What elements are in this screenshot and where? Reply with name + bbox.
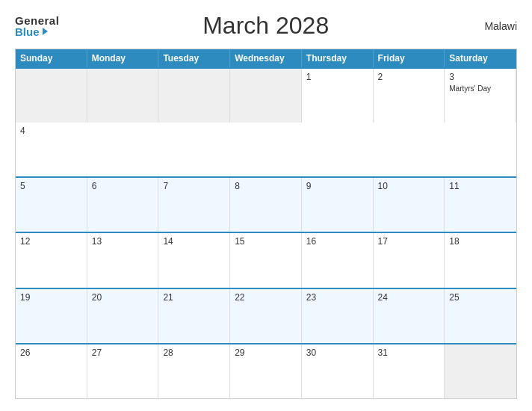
weekday-header-monday: Monday bbox=[87, 49, 159, 67]
day-number: 10 bbox=[378, 181, 440, 191]
day-cell: 23 bbox=[302, 289, 374, 343]
day-cell bbox=[87, 69, 159, 123]
day-cell: 18 bbox=[445, 233, 516, 287]
day-cell: 27 bbox=[87, 344, 159, 398]
day-cell: 3Martyrs' Day bbox=[445, 69, 516, 123]
day-number: 19 bbox=[20, 292, 82, 303]
day-number: 18 bbox=[449, 236, 512, 247]
day-event: Martyrs' Day bbox=[449, 84, 511, 93]
day-number: 7 bbox=[163, 181, 225, 191]
day-cell bbox=[445, 344, 516, 398]
day-cell: 19 bbox=[16, 289, 87, 343]
page-header: General Blue March 2028 Malawi bbox=[15, 12, 517, 40]
country-label: Malawi bbox=[472, 20, 517, 32]
day-number: 14 bbox=[163, 236, 225, 247]
weekday-header-friday: Friday bbox=[374, 49, 445, 67]
day-number: 1 bbox=[306, 72, 368, 82]
weekday-header-saturday: Saturday bbox=[445, 49, 516, 67]
day-number: 2 bbox=[378, 72, 440, 82]
day-cell: 5 bbox=[16, 178, 87, 232]
calendar: SundayMondayTuesdayWednesdayThursdayFrid… bbox=[15, 49, 517, 399]
day-cell: 9 bbox=[302, 178, 374, 232]
day-cell: 12 bbox=[16, 233, 87, 287]
day-number: 16 bbox=[306, 236, 368, 247]
day-number: 17 bbox=[378, 236, 440, 247]
week-row-1: 123Martyrs' Day4 bbox=[16, 67, 516, 176]
week-row-3: 12131415161718 bbox=[16, 232, 516, 287]
day-cell: 15 bbox=[230, 233, 302, 287]
weekday-header-thursday: Thursday bbox=[302, 49, 374, 67]
day-number: 22 bbox=[235, 292, 297, 303]
day-number: 21 bbox=[163, 292, 225, 303]
logo: General Blue bbox=[15, 15, 59, 37]
day-number: 15 bbox=[235, 236, 297, 247]
day-number: 27 bbox=[92, 347, 154, 358]
day-cell: 21 bbox=[158, 289, 230, 343]
calendar-title: March 2028 bbox=[59, 12, 472, 40]
day-cell: 2 bbox=[374, 69, 445, 123]
day-cell bbox=[158, 69, 230, 123]
logo-blue-text: Blue bbox=[15, 26, 48, 37]
week-row-5: 262728293031 bbox=[16, 343, 516, 398]
day-number: 11 bbox=[449, 181, 512, 191]
day-cell: 20 bbox=[87, 289, 159, 343]
day-cell: 16 bbox=[302, 233, 374, 287]
day-cell: 11 bbox=[445, 178, 516, 232]
day-number: 24 bbox=[378, 292, 440, 303]
weekday-header-tuesday: Tuesday bbox=[158, 49, 230, 67]
day-cell: 22 bbox=[230, 289, 302, 343]
day-number: 3 bbox=[449, 72, 511, 82]
day-cell: 1 bbox=[302, 69, 374, 123]
day-number: 8 bbox=[235, 181, 297, 191]
day-cell: 8 bbox=[230, 178, 302, 232]
day-cell: 6 bbox=[87, 178, 159, 232]
day-cell: 13 bbox=[87, 233, 159, 287]
weekday-header-wednesday: Wednesday bbox=[230, 49, 302, 67]
day-cell bbox=[16, 69, 87, 123]
weekday-header-sunday: Sunday bbox=[16, 49, 87, 67]
day-cell: 30 bbox=[302, 344, 374, 398]
day-number: 26 bbox=[20, 347, 82, 358]
day-number: 25 bbox=[449, 292, 512, 303]
day-number: 6 bbox=[92, 181, 154, 191]
day-cell bbox=[230, 69, 302, 123]
day-cell: 26 bbox=[16, 344, 87, 398]
day-cell: 31 bbox=[374, 344, 445, 398]
day-cell: 24 bbox=[374, 289, 445, 343]
calendar-weekday-header: SundayMondayTuesdayWednesdayThursdayFrid… bbox=[16, 49, 516, 67]
day-cell: 14 bbox=[158, 233, 230, 287]
logo-triangle-icon bbox=[43, 28, 48, 35]
day-number: 31 bbox=[378, 347, 440, 358]
day-number: 12 bbox=[20, 236, 82, 247]
day-cell: 4 bbox=[16, 123, 87, 176]
day-number: 30 bbox=[306, 347, 368, 358]
day-cell: 25 bbox=[445, 289, 516, 343]
week-row-4: 19202122232425 bbox=[16, 288, 516, 343]
day-number: 13 bbox=[92, 236, 154, 247]
day-number: 20 bbox=[92, 292, 154, 303]
day-cell: 29 bbox=[230, 344, 302, 398]
day-cell: 28 bbox=[158, 344, 230, 398]
day-number: 23 bbox=[306, 292, 368, 303]
day-number: 5 bbox=[20, 181, 82, 191]
day-cell: 10 bbox=[374, 178, 445, 232]
day-number: 28 bbox=[163, 347, 225, 358]
day-cell: 7 bbox=[158, 178, 230, 232]
day-number: 4 bbox=[20, 126, 83, 136]
day-cell: 17 bbox=[374, 233, 445, 287]
day-number: 29 bbox=[235, 347, 297, 358]
logo-general-text: General bbox=[15, 15, 59, 26]
calendar-body: 123Martyrs' Day4567891011121314151617181… bbox=[16, 67, 516, 398]
week-row-2: 567891011 bbox=[16, 176, 516, 232]
day-number: 9 bbox=[306, 181, 368, 191]
